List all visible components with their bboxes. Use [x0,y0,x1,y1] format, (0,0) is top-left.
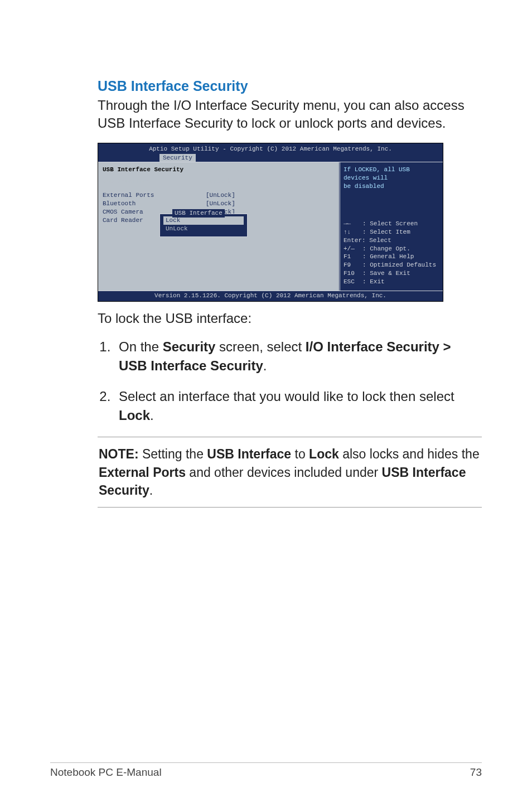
procedure-list: On the Security screen, select I/O Inter… [98,337,482,424]
procedure-step-1: On the Security screen, select I/O Inter… [114,337,482,375]
text-run: . [150,408,154,423]
text-bold: Lock [309,447,339,461]
bios-key-txt: : General Help [362,253,414,260]
bios-key-txt: : Optimized Defaults [362,262,436,268]
bios-row-usb-interface-label: USB Interface [103,177,206,186]
bios-tab-security: Security [159,154,196,162]
text-run: to [291,447,309,461]
text-bold: USB Interface [207,447,291,461]
bios-popup-title: USB Interface [172,209,225,218]
bios-key-txt: : Save & Exit [362,270,410,277]
bios-popup-option-lock: Lock [163,216,244,225]
bios-titlebar: Aptio Setup Utility - Copyright (C) 2012… [98,143,443,162]
text-run: . [263,358,267,373]
note-prefix: NOTE: [99,447,139,461]
page-footer: Notebook PC E-Manual 73 [50,762,482,779]
bios-help-line: devices will [344,174,439,182]
bios-popup: USB Interface Lock UnLock [159,214,248,237]
bios-help-line: be disabled [344,182,439,191]
bios-key-sym: ESC [344,278,362,286]
bios-key-sym: Enter: [344,236,366,245]
procedure-step-2: Select an interface that you would like … [114,387,482,424]
note-box: NOTE: Setting the USB Interface to Lock … [98,437,482,508]
text-run: also locks and hides the [339,447,480,461]
text-run: and other devices included under [186,465,382,480]
bios-key-sym: F10 [344,269,362,278]
footer-page-number: 73 [470,766,482,779]
bios-key-legend: →←: Select Screen ↑↓: Select Item Enter:… [344,220,439,286]
footer-title: Notebook PC E-Manual [50,766,162,779]
bios-key-sym: F9 [344,261,362,269]
text-bold: Lock [119,408,150,423]
bios-key-txt: : Select Item [362,229,410,235]
bios-row-usb-interface-value: [UnLock] [206,177,335,186]
bios-key-txt: : Exit [362,278,385,285]
text-run: . [149,483,153,497]
text-run: Select an interface that you would like … [119,389,454,404]
bios-key-txt: Select [369,237,391,244]
bios-section-label: USB Interface Security [103,166,206,174]
bios-help-line: If LOCKED, all USB [344,166,439,174]
text-bold: External Ports [99,465,186,480]
text-run: screen, select [215,339,305,354]
procedure-caption: To lock the USB interface: [98,310,482,327]
bios-key-sym: +/— [344,245,362,253]
bios-key-txt: : Select Screen [362,220,418,227]
section-heading: USB Interface Security [98,78,482,94]
bios-help-panel: If LOCKED, all USB devices will be disab… [340,162,443,290]
text-run: Setting the [139,447,207,461]
bios-key-sym: →← [344,220,362,228]
bios-key-txt: : Change Opt. [362,245,410,252]
intro-paragraph: Through the I/O Interface Security menu,… [98,96,482,133]
text-bold: Security [163,339,216,354]
bios-key-sym: ↑↓ [344,228,362,236]
bios-version-line: Version 2.15.1226. Copyright (C) 2012 Am… [98,291,443,301]
text-run: On the [119,339,163,354]
bios-main-panel: USB Interface Security USB Interface [Un… [98,162,340,290]
bios-key-sym: F1 [344,253,362,261]
bios-row-bluetooth-value: [UnLock] [206,200,335,208]
bios-popup-option-unlock: UnLock [160,225,247,233]
bios-title: Aptio Setup Utility - Copyright (C) 2012… [98,144,443,154]
bios-row-external-ports-label: External Ports [103,191,206,200]
bios-row-bluetooth-label: Bluetooth [103,200,206,208]
bios-row-external-ports-value: [UnLock] [206,191,335,200]
bios-screenshot: Aptio Setup Utility - Copyright (C) 2012… [98,143,443,302]
